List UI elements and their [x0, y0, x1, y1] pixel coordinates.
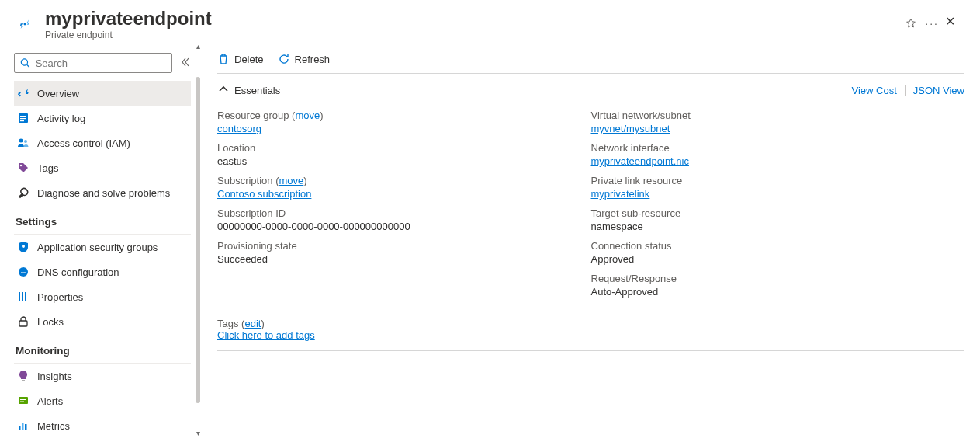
svg-rect-6 — [20, 120, 24, 121]
overview-icon — [17, 87, 29, 99]
sidebar-item-label: Alerts — [37, 395, 63, 407]
sidebar-item-label: DNS configuration — [37, 266, 119, 278]
sidebar-item-label: Properties — [37, 291, 83, 303]
vnet-label: Virtual network/subnet — [591, 110, 942, 121]
svg-rect-17 — [22, 380, 25, 381]
sidebar-item-label: Tags — [37, 162, 58, 174]
sidebar-item-label: Application security groups — [37, 242, 158, 253]
sidebar-item-properties[interactable]: Properties — [14, 284, 191, 309]
svg-rect-15 — [25, 292, 26, 301]
rr-label: Request/Response — [591, 273, 942, 284]
essentials-toggle-icon[interactable] — [217, 83, 230, 98]
tags-edit-link[interactable]: edit — [244, 318, 261, 329]
sidebar-item-iam[interactable]: Access control (IAM) — [14, 131, 191, 155]
sub-move-link[interactable]: move — [279, 175, 304, 186]
sidebar-item-tags[interactable]: Tags — [14, 155, 191, 180]
sidebar-item-label: Diagnose and solve problems — [37, 187, 170, 199]
scroll-up-icon[interactable]: ▴ — [196, 40, 200, 52]
svg-rect-19 — [20, 399, 26, 400]
private-endpoint-icon — [14, 13, 36, 35]
prov-label: Provisioning state — [217, 240, 568, 252]
lock-icon — [17, 315, 29, 328]
tags-label: Tags (edit) — [217, 318, 964, 329]
sidebar-item-label: Access control (IAM) — [37, 137, 130, 149]
subid-value: 00000000-0000-0000-0000-000000000000 — [217, 221, 568, 232]
svg-rect-14 — [22, 292, 23, 301]
close-button[interactable]: ✕ — [939, 11, 961, 32]
metrics-icon — [17, 419, 29, 432]
svg-rect-13 — [19, 292, 20, 301]
sidebar-item-label: Locks — [37, 316, 64, 328]
section-settings: Settings — [14, 205, 191, 232]
favorite-icon[interactable] — [905, 17, 917, 32]
svg-rect-22 — [22, 423, 24, 430]
svg-point-10 — [22, 245, 25, 248]
scroll-thumb[interactable] — [196, 77, 200, 403]
location-value: eastus — [217, 155, 568, 167]
sidebar-item-label: Activity log — [37, 113, 85, 124]
nic-link[interactable]: myprivateendpoint.nic — [591, 155, 689, 167]
conn-label: Connection status — [591, 240, 942, 252]
svg-rect-21 — [19, 426, 21, 430]
subscription-label: Subscription (move) — [217, 175, 568, 186]
refresh-label: Refresh — [295, 54, 331, 65]
svg-point-1 — [21, 59, 27, 65]
alerts-icon — [17, 395, 29, 407]
sidebar-item-label: Overview — [37, 88, 79, 99]
nic-label: Network interface — [591, 142, 942, 154]
essentials-label: Essentials — [234, 85, 280, 96]
sidebar-scrollbar[interactable]: ▴ ▾ — [194, 40, 202, 439]
shield-icon — [17, 241, 29, 253]
collapse-sidebar-icon[interactable] — [178, 56, 191, 71]
delete-button[interactable]: Delete — [217, 53, 264, 65]
svg-point-9 — [20, 165, 22, 166]
rg-label: Resource group (move) — [217, 110, 568, 121]
search-input-wrapper[interactable] — [14, 53, 172, 73]
svg-line-2 — [27, 64, 29, 67]
sidebar-item-locks[interactable]: Locks — [14, 309, 191, 334]
sidebar-item-asg[interactable]: Application security groups — [14, 235, 191, 259]
sidebar-item-diagnose[interactable]: Diagnose and solve problems — [14, 180, 191, 205]
vnet-link[interactable]: myvnet/mysubnet — [591, 123, 670, 134]
search-input[interactable] — [31, 57, 167, 69]
tsr-label: Target sub-resource — [591, 207, 942, 219]
sidebar-item-label: Insights — [37, 371, 72, 382]
subscription-link[interactable]: Contoso subscription — [217, 188, 311, 200]
sidebar-item-insights[interactable]: Insights — [14, 364, 191, 388]
plr-label: Private link resource — [591, 175, 942, 186]
insights-icon — [17, 370, 29, 382]
svg-rect-23 — [25, 424, 27, 430]
sidebar-item-activity-log[interactable]: Activity log — [14, 106, 191, 131]
location-label: Location — [217, 142, 568, 154]
prov-value: Succeeded — [217, 253, 568, 265]
sidebar-item-overview[interactable]: Overview — [14, 81, 191, 106]
page-title: myprivateendpoint — [45, 8, 891, 30]
svg-rect-18 — [19, 397, 28, 404]
sidebar-item-label: Metrics — [37, 420, 70, 432]
rg-move-link[interactable]: move — [295, 110, 320, 121]
activity-log-icon — [17, 112, 29, 124]
add-tags-link[interactable]: Click here to add tags — [217, 329, 315, 341]
view-cost-link[interactable]: View Cost — [851, 85, 896, 96]
svg-point-7 — [19, 139, 23, 143]
iam-icon — [17, 137, 29, 149]
sidebar-item-alerts[interactable]: Alerts — [14, 388, 191, 413]
svg-rect-20 — [20, 402, 24, 402]
more-icon[interactable]: ··· — [925, 17, 939, 32]
svg-text:···: ··· — [21, 270, 26, 275]
svg-rect-16 — [19, 321, 27, 326]
svg-rect-5 — [20, 118, 26, 119]
json-view-link[interactable]: JSON View — [913, 85, 964, 96]
subid-label: Subscription ID — [217, 207, 568, 219]
sidebar-item-metrics[interactable]: Metrics — [14, 413, 191, 438]
dns-icon: ··· — [17, 266, 29, 278]
section-monitoring: Monitoring — [14, 334, 191, 361]
rr-value: Auto-Approved — [591, 286, 942, 298]
svg-point-0 — [24, 23, 26, 26]
refresh-button[interactable]: Refresh — [278, 53, 331, 65]
scroll-down-icon[interactable]: ▾ — [196, 427, 200, 439]
tags-icon — [17, 162, 29, 174]
sidebar-item-dns[interactable]: ··· DNS configuration — [14, 259, 191, 284]
rg-link[interactable]: contosorg — [217, 123, 261, 134]
plr-link[interactable]: myprivatelink — [591, 188, 650, 200]
